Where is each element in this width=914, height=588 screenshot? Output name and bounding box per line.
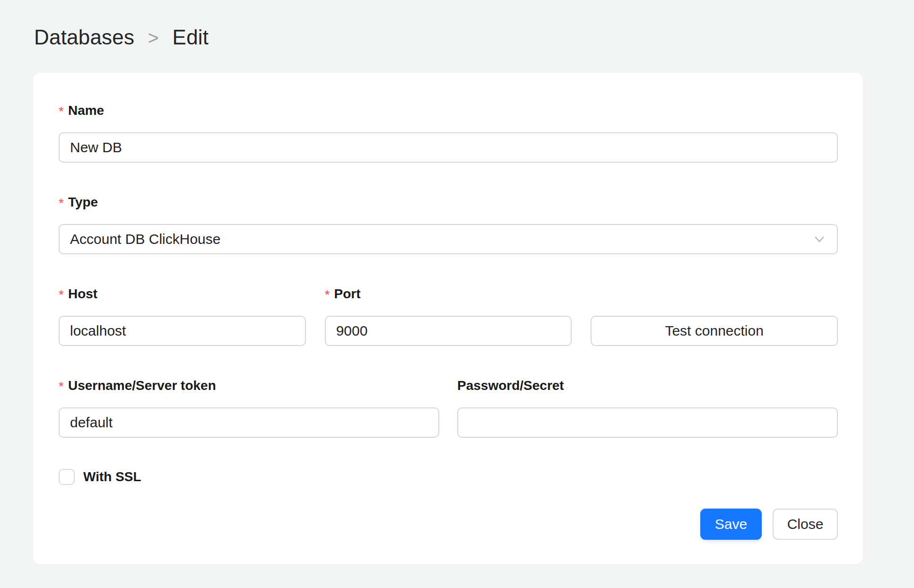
username-label: * Username/Server token	[59, 377, 439, 394]
username-label-text: Username/Server token	[68, 377, 216, 394]
name-field-group: * Name	[59, 102, 838, 163]
save-button[interactable]: Save	[700, 509, 762, 540]
type-select-value: Account DB ClickHouse	[70, 231, 220, 247]
required-asterisk: *	[325, 286, 330, 303]
password-label-text: Password/Secret	[457, 377, 564, 394]
breadcrumb-item-databases[interactable]: Databases	[34, 26, 134, 49]
with-ssl-toggle[interactable]: With SSL	[59, 469, 838, 485]
port-input[interactable]	[325, 316, 572, 346]
breadcrumb: Databases > Edit	[0, 0, 914, 51]
chevron-down-icon	[811, 231, 827, 247]
host-input[interactable]	[59, 316, 306, 346]
breadcrumb-item-edit: Edit	[173, 26, 209, 49]
name-input[interactable]	[59, 132, 838, 163]
test-connection-button[interactable]: Test connection	[591, 316, 838, 346]
required-asterisk: *	[59, 286, 64, 303]
password-label: Password/Secret	[457, 377, 838, 394]
type-field-group: * Type Account DB ClickHouse	[59, 194, 838, 254]
required-asterisk: *	[59, 378, 64, 395]
close-button[interactable]: Close	[773, 509, 838, 540]
required-asterisk: *	[59, 195, 64, 212]
port-field-group: * Port	[325, 285, 572, 346]
name-label: * Name	[59, 102, 838, 119]
password-field-group: Password/Secret	[457, 377, 838, 438]
required-asterisk: *	[59, 103, 64, 120]
with-ssl-checkbox[interactable]	[59, 469, 75, 485]
credentials-row: * Username/Server token Password/Secret	[59, 377, 838, 438]
name-label-text: Name	[68, 102, 104, 119]
port-label-text: Port	[334, 285, 361, 303]
with-ssl-label[interactable]: With SSL	[83, 469, 141, 484]
type-select[interactable]: Account DB ClickHouse	[59, 224, 838, 254]
breadcrumb-separator: >	[148, 27, 159, 48]
port-label: * Port	[325, 285, 572, 303]
username-field-group: * Username/Server token	[59, 377, 439, 438]
host-port-row: * Host * Port Test connection	[59, 285, 838, 346]
form-actions: Save Close	[59, 509, 838, 540]
username-input[interactable]	[59, 407, 439, 438]
type-label-text: Type	[68, 194, 98, 211]
password-input[interactable]	[457, 407, 838, 438]
edit-database-card: * Name * Type Account DB ClickHouse * Ho…	[33, 73, 863, 564]
host-label: * Host	[59, 285, 306, 303]
host-label-text: Host	[68, 285, 97, 303]
host-field-group: * Host	[59, 285, 306, 346]
type-label: * Type	[59, 194, 838, 211]
